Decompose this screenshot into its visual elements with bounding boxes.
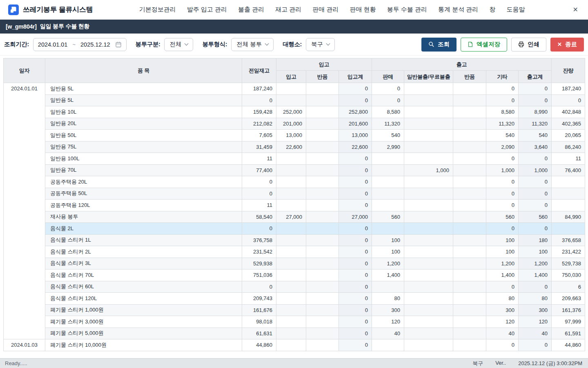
value-cell: 0 xyxy=(486,94,519,106)
date-from-value[interactable]: 2024.01.01 xyxy=(38,41,68,48)
menu-item[interactable]: 창 xyxy=(489,6,495,13)
print-button[interactable]: 인쇄 xyxy=(511,38,546,52)
value-cell: 402,365 xyxy=(552,118,585,130)
value-cell xyxy=(404,246,453,258)
table-row[interactable]: 2024.01.03폐기물 스티커 10,000원44,86000044,860 xyxy=(4,339,585,351)
value-cell xyxy=(306,106,339,118)
table-row[interactable]: 음식물 스티커 70L751,03601,4001,4001,400750,03… xyxy=(4,269,585,281)
table-row[interactable]: 재사용 봉투58,54027,00027,00056056056084,990 xyxy=(4,211,585,223)
table-row[interactable]: 일반용 50L7,60513,00013,00054054054020,065 xyxy=(4,130,585,141)
table-row[interactable]: 음식물 스티커 60L00006 xyxy=(4,281,585,293)
excel-save-button[interactable]: 엑셀저장 xyxy=(461,38,507,52)
menu-item[interactable]: 발주 입고 관리 xyxy=(187,6,227,13)
value-cell xyxy=(276,316,306,328)
value-cell xyxy=(276,304,306,316)
value-cell xyxy=(453,188,486,200)
table-row[interactable]: 일반용 70L77,40001,0001,0001,00076,400 xyxy=(4,164,585,176)
value-cell: 20,065 xyxy=(552,130,585,141)
table-row[interactable]: 일반용 5L000000 xyxy=(4,94,585,106)
value-cell xyxy=(306,211,339,223)
window-close-icon[interactable]: ✕ xyxy=(571,6,580,13)
item-cell: 일반용 75L xyxy=(45,141,242,153)
chevron-down-icon xyxy=(326,42,330,46)
value-cell: 1,000 xyxy=(486,164,519,176)
agency-value: 북구 xyxy=(311,40,323,48)
search-button[interactable]: 조회 xyxy=(421,38,457,52)
value-cell: 300 xyxy=(486,304,519,316)
table-row[interactable]: 일반용 10L159,428252,000252,8008,5808,5808,… xyxy=(4,106,585,118)
table-row[interactable]: 공동주택용 50L0000 xyxy=(4,188,585,200)
menu-item[interactable]: 도움말 xyxy=(506,6,525,13)
col-header-item: 품 목 xyxy=(45,58,242,83)
value-cell: 180 xyxy=(519,234,552,246)
table-row[interactable]: 공동주택용 20L0000 xyxy=(4,176,585,188)
value-cell xyxy=(276,83,306,95)
table-row[interactable]: 일반용 75L31,45922,60022,6002,9902,0903,640… xyxy=(4,141,585,153)
value-cell xyxy=(404,106,453,118)
table-row[interactable]: 음식물 스티커 3L529,93801,2001,2001,200529,738 xyxy=(4,258,585,269)
menu-item[interactable]: 재고 관리 xyxy=(275,6,301,13)
value-cell xyxy=(306,164,339,176)
value-cell xyxy=(306,281,339,293)
value-cell xyxy=(552,188,585,200)
value-cell xyxy=(453,83,486,95)
bag-type-select[interactable]: 전체 xyxy=(164,38,193,51)
value-cell: 187,240 xyxy=(552,83,585,95)
col-header-issue: 일반불출/무료불출 xyxy=(404,71,453,83)
value-cell: 161,376 xyxy=(552,304,585,316)
value-cell: 80 xyxy=(372,293,404,305)
value-cell: 8,580 xyxy=(372,106,404,118)
item-cell: 일반용 50L xyxy=(45,130,242,141)
agency-select[interactable]: 북구 xyxy=(306,38,335,51)
table-row[interactable]: 2024.01.01일반용 5L187,2400000187,240 xyxy=(4,83,585,95)
page-title: 일일 봉투 수불 현황 xyxy=(40,23,89,30)
value-cell: 80 xyxy=(486,293,519,305)
chevron-down-icon xyxy=(185,42,189,46)
item-cell: 폐기물 스티커 10,000원 xyxy=(45,339,242,351)
value-cell: 40 xyxy=(519,328,552,339)
value-cell xyxy=(404,118,453,130)
table-row[interactable]: 폐기물 스티커 3,000원98,018012012012097,999 xyxy=(4,316,585,328)
date-range-input[interactable]: 2024.01.01 ~ 2025.12.12 xyxy=(33,38,127,51)
menu-item[interactable]: 판매 관리 xyxy=(312,6,339,13)
value-cell xyxy=(372,281,404,293)
value-cell xyxy=(552,200,585,211)
value-cell: 8,990 xyxy=(519,106,552,118)
table-row[interactable]: 폐기물 스티커 5,000원61,631040404061,591 xyxy=(4,328,585,339)
value-cell: 8,580 xyxy=(486,106,519,118)
value-cell xyxy=(404,304,453,316)
value-cell: 0 xyxy=(519,339,552,351)
bag-format-select[interactable]: 전체 봉투 xyxy=(231,38,274,51)
menu-item[interactable]: 불출 관리 xyxy=(238,6,264,13)
value-cell: 44,860 xyxy=(552,339,585,351)
table-row[interactable]: 폐기물 스티커 1,000원161,6760300300300161,376 xyxy=(4,304,585,316)
value-cell xyxy=(276,246,306,258)
menu-item[interactable]: 봉투 수불 관리 xyxy=(387,6,427,13)
chevron-down-icon xyxy=(265,42,269,46)
value-cell xyxy=(453,164,486,176)
menu-item[interactable]: 기본정보관리 xyxy=(139,6,176,13)
value-cell: 560 xyxy=(519,211,552,223)
date-separator: ~ xyxy=(72,41,76,47)
value-cell xyxy=(306,293,339,305)
menu-item[interactable]: 통계 분석 관리 xyxy=(438,6,478,13)
app-window: 쓰레기봉투 물류시스템 기본정보관리발주 입고 관리불출 관리재고 관리판매 관… xyxy=(0,0,588,368)
value-cell: 0 xyxy=(339,328,372,339)
table-row[interactable]: 음식물 2L0000 xyxy=(4,223,585,235)
value-cell: 100 xyxy=(372,234,404,246)
value-cell: 0 xyxy=(486,200,519,211)
item-cell: 음식물 스티커 120L xyxy=(45,293,242,305)
table-row[interactable]: 음식물 스티커 120L209,7430808080209,663 xyxy=(4,293,585,305)
menu-item[interactable]: 판매 현황 xyxy=(350,6,376,13)
value-cell xyxy=(372,188,404,200)
calendar-icon[interactable] xyxy=(115,41,122,48)
table-row[interactable]: 음식물 스티커 2L231,5420100100100231,422 xyxy=(4,246,585,258)
value-cell: 77,400 xyxy=(242,164,276,176)
value-cell: 161,676 xyxy=(242,304,276,316)
table-row[interactable]: 일반용 100L1100011 xyxy=(4,153,585,165)
table-row[interactable]: 음식물 스티커 1L376,7580100100180376,658 xyxy=(4,234,585,246)
close-button[interactable]: ✕ 종료 xyxy=(550,38,584,52)
table-row[interactable]: 공동주택용 120L11000 xyxy=(4,200,585,211)
date-to-value[interactable]: 2025.12.12 xyxy=(80,41,110,48)
table-row[interactable]: 일반용 20L212,082201,000201,60011,32011,320… xyxy=(4,118,585,130)
